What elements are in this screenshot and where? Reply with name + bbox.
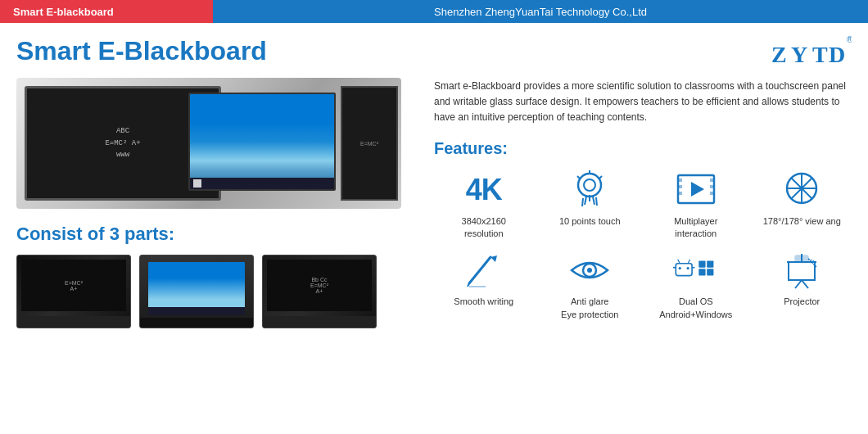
icon-4k: 4K	[461, 170, 507, 210]
feature-view-angle: 178°/178° view ang	[753, 170, 852, 241]
feature-projector-label: Projector	[784, 296, 820, 308]
part-stand	[140, 318, 253, 328]
taskbar-sim	[190, 178, 334, 189]
touch-icon	[567, 170, 613, 210]
svg-line-43	[802, 280, 808, 288]
product-description: Smart e-Blackboard provides a more scien…	[434, 79, 852, 126]
view-angle-icon	[779, 170, 825, 210]
main-product-image: ABCE=MC² A+www E=MC²	[16, 78, 401, 209]
left-column: Smart E-Blackboard ABCE=MC² A+www E=MC² …	[16, 36, 426, 426]
svg-rect-38	[707, 269, 713, 276]
logo-area: Z Y T D ®	[434, 36, 852, 72]
consist-title: Consist of 3 parts:	[16, 224, 409, 245]
feature-projector: Projector	[753, 250, 852, 321]
svg-line-24	[468, 283, 469, 287]
svg-rect-13	[678, 192, 682, 195]
feature-multiplayer-label: Multiplayer interaction	[674, 215, 717, 241]
feature-touch-label: 10 points touch	[559, 215, 621, 228]
logo-svg: Z Y T D ®	[770, 36, 852, 69]
svg-text:Y: Y	[791, 42, 807, 67]
feature-writing-label: Smooth writing	[454, 296, 513, 308]
win-icon	[193, 179, 201, 188]
multiplayer-icon	[673, 170, 719, 210]
part-writing-sim: Bb CcE=MC²A+	[267, 260, 372, 311]
svg-point-6	[584, 179, 595, 191]
feature-view-label: 178°/178° view ang	[763, 215, 841, 228]
svg-rect-16	[710, 192, 714, 195]
part-base	[17, 316, 130, 328]
part-image-3: Bb CcE=MC²A+	[262, 255, 377, 328]
svg-rect-15	[710, 185, 714, 188]
svg-rect-35	[698, 261, 705, 268]
svg-point-29	[678, 267, 680, 269]
writing-icon	[461, 250, 507, 291]
svg-text:D: D	[829, 42, 845, 67]
svg-rect-28	[676, 264, 692, 276]
part-blackboard-sim: E=MC²A+	[21, 260, 126, 311]
part-image-2	[139, 255, 254, 328]
svg-rect-41	[789, 262, 815, 280]
svg-line-23	[469, 257, 491, 283]
feature-eye: Anti glare Eye protection	[540, 250, 640, 321]
os-icon	[673, 250, 719, 291]
svg-point-30	[686, 267, 689, 269]
svg-point-5	[578, 174, 601, 197]
part-screen-sim	[148, 262, 245, 315]
part-image-1: E=MC²A+	[16, 255, 131, 328]
header-company: Shenzhen ZhengYuanTai Technology Co.,Ltd	[213, 0, 868, 23]
svg-rect-12	[678, 185, 682, 188]
svg-line-9	[577, 176, 580, 179]
features-title: Features:	[434, 139, 852, 158]
svg-point-27	[587, 268, 592, 273]
feature-4k: 4K 3840x2160 resolution	[434, 170, 534, 241]
svg-marker-17	[691, 182, 704, 197]
svg-text:Z: Z	[771, 42, 787, 67]
feature-touch: 10 points touch	[540, 170, 640, 241]
svg-rect-11	[678, 179, 682, 182]
svg-text:T: T	[812, 42, 828, 67]
feature-os-label: Dual OS Android+Windows	[659, 296, 732, 321]
feature-os: Dual OS Android+Windows	[646, 250, 746, 321]
feature-4k-label: 3840x2160 resolution	[462, 215, 506, 241]
svg-rect-36	[707, 261, 713, 268]
page-title: Smart E-Blackboard	[16, 36, 409, 66]
part-screen-taskbar	[148, 307, 245, 315]
main-content: Smart E-Blackboard ABCE=MC² A+www E=MC² …	[0, 23, 868, 434]
logo: Z Y T D ®	[770, 36, 852, 72]
features-grid: 4K 3840x2160 resolution	[434, 170, 852, 322]
eye-icon	[567, 250, 613, 291]
svg-text:®: ®	[847, 36, 852, 44]
right-column: Z Y T D ® Smart e-Blackboard provides a …	[426, 36, 852, 426]
feature-eye-label: Anti glare Eye protection	[561, 296, 618, 321]
header-company-text: Shenzhen ZhengYuanTai Technology Co.,Ltd	[434, 6, 647, 18]
parts-row: E=MC²A+ Bb CcE=MC²A+	[16, 255, 409, 328]
svg-line-8	[599, 176, 602, 179]
feature-writing: Smooth writing	[434, 250, 534, 321]
blackboard-sim-text: ABCE=MC² A+www	[105, 125, 140, 160]
svg-rect-44	[795, 255, 808, 262]
windows-screen-sim	[188, 93, 336, 191]
header-brand: Smart E-blackboard	[0, 0, 213, 23]
svg-rect-14	[710, 179, 714, 182]
svg-line-42	[795, 280, 802, 288]
svg-rect-37	[698, 269, 705, 276]
projector-icon	[779, 250, 825, 291]
feature-multiplayer: Multiplayer interaction	[646, 170, 746, 241]
header-brand-text: Smart E-blackboard	[13, 6, 114, 18]
right-panel-sim: E=MC²	[341, 86, 398, 201]
part-base-3	[263, 316, 376, 328]
header-bar: Smart E-blackboard Shenzhen ZhengYuanTai…	[0, 0, 868, 23]
